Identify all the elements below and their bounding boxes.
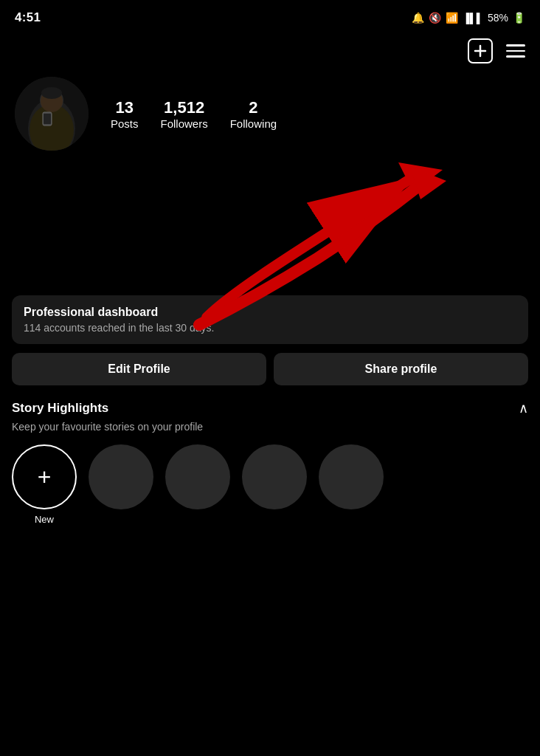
top-nav [0, 32, 540, 69]
status-bar: 4:51 🔔 🔇 📶 ▐▌▌ 58% 🔋 [0, 0, 540, 32]
mute-icon: 🔇 [429, 12, 441, 24]
battery-indicator: 58% [488, 12, 508, 24]
annotation-overlay [0, 155, 540, 332]
highlight-item-4[interactable] [319, 444, 384, 509]
highlight-circle-3[interactable] [242, 444, 307, 509]
highlight-circle-2[interactable] [165, 444, 230, 509]
red-arrow-svg [0, 155, 540, 332]
highlight-circle-4[interactable] [319, 444, 384, 509]
new-highlight-button[interactable]: + [12, 444, 77, 509]
signal-icon: ▐▌▌ [463, 13, 483, 24]
highlight-item-2[interactable] [165, 444, 230, 509]
highlight-item-3[interactable] [242, 444, 307, 509]
status-icons: 🔔 🔇 📶 ▐▌▌ 58% 🔋 [412, 12, 525, 24]
followers-label: Followers [161, 117, 208, 130]
action-buttons: Edit Profile Share profile [12, 353, 528, 385]
new-highlight-label: New [35, 514, 54, 525]
highlights-row: + New [12, 444, 528, 525]
menu-button[interactable] [506, 44, 525, 58]
plus-icon: + [38, 465, 52, 489]
story-highlights-title: Story Highlights [12, 401, 108, 416]
alarm-icon: 🔔 [412, 12, 424, 24]
following-count: 2 [249, 98, 257, 117]
followers-stat[interactable]: 1,512 Followers [161, 98, 208, 130]
svg-point-10 [41, 87, 62, 99]
story-highlights-section: Story Highlights ∧ Keep your favourite s… [0, 400, 540, 525]
avatar[interactable] [15, 77, 89, 151]
share-profile-button[interactable]: Share profile [274, 353, 528, 385]
posts-count: 13 [116, 98, 134, 117]
chevron-up-icon[interactable]: ∧ [519, 400, 528, 416]
svg-rect-9 [44, 114, 51, 124]
battery-icon: 🔋 [513, 12, 525, 24]
posts-stat[interactable]: 13 Posts [111, 98, 139, 130]
add-content-button[interactable] [468, 38, 493, 63]
story-highlights-subtitle: Keep your favourite stories on your prof… [12, 421, 528, 433]
wifi-icon: 📶 [446, 12, 458, 24]
add-square-icon [468, 38, 493, 63]
followers-count: 1,512 [164, 98, 204, 117]
profile-section: 13 Posts 1,512 Followers 2 Following [0, 69, 540, 162]
following-label: Following [230, 117, 277, 130]
edit-profile-button[interactable]: Edit Profile [12, 353, 266, 385]
status-time: 4:51 [15, 10, 41, 25]
following-stat[interactable]: 2 Following [230, 98, 277, 130]
highlight-item-1[interactable] [89, 444, 153, 509]
new-highlight-item[interactable]: + New [12, 444, 77, 525]
highlight-circle-1[interactable] [89, 444, 153, 509]
stats-container: 13 Posts 1,512 Followers 2 Following [111, 98, 277, 130]
posts-label: Posts [111, 117, 139, 130]
hamburger-icon [506, 44, 525, 58]
story-highlights-header: Story Highlights ∧ [12, 400, 528, 416]
